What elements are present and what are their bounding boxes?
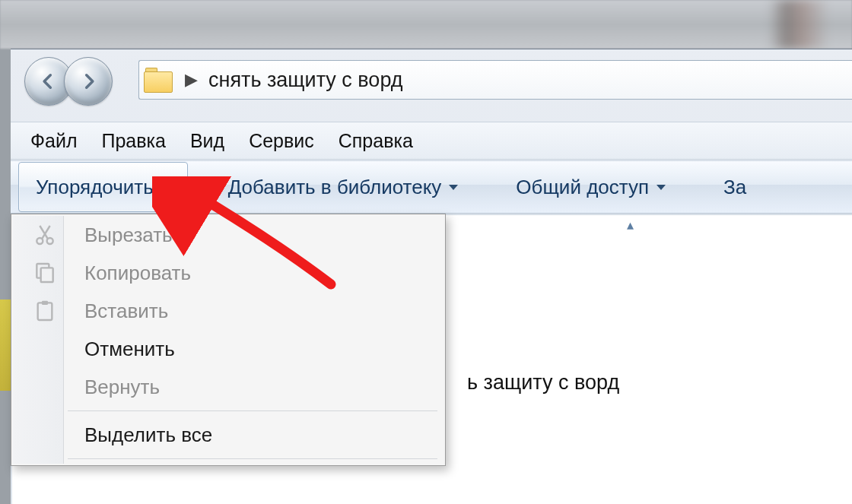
burn-button-partial[interactable]: За: [706, 162, 747, 212]
organize-dropdown: Вырезать Копировать Вставить Отменить Ве…: [11, 214, 446, 466]
command-bar: Упорядочить Добавить в библиотеку Общий …: [11, 160, 852, 214]
menu-view[interactable]: Вид: [178, 127, 237, 155]
nav-buttons: [24, 55, 123, 109]
organize-label: Упорядочить: [36, 176, 154, 199]
add-to-library-label: Добавить в библиотеку: [228, 176, 442, 199]
breadcrumb-folder[interactable]: снять защиту с ворд: [208, 68, 403, 92]
arrow-right-icon: [78, 71, 99, 92]
add-to-library-button[interactable]: Добавить в библиотеку: [211, 162, 476, 212]
paste-icon: [33, 299, 57, 323]
chevron-down-icon: [449, 185, 458, 190]
forward-button[interactable]: [64, 57, 113, 106]
share-button[interactable]: Общий доступ: [498, 162, 683, 212]
breadcrumb-separator-icon: ▶: [185, 70, 198, 90]
menu-item-copy[interactable]: Копировать: [13, 254, 443, 292]
menu-item-redo[interactable]: Вернуть: [13, 368, 443, 406]
menu-item-paste[interactable]: Вставить: [13, 292, 443, 330]
menu-bar: Файл Правка Вид Сервис Справка: [11, 122, 852, 160]
folder-icon: [144, 68, 173, 92]
titlebar-blur: [0, 0, 852, 49]
file-item-label-partial[interactable]: ь защиту с ворд: [467, 371, 619, 395]
menu-tools[interactable]: Сервис: [237, 127, 326, 155]
burn-label-partial: За: [723, 176, 746, 199]
menu-item-redo-label: Вернуть: [84, 376, 160, 399]
menu-item-cut-label: Вырезать: [84, 223, 173, 247]
menu-item-copy-label: Копировать: [84, 262, 191, 285]
chevron-down-icon: [161, 185, 170, 190]
menu-item-select-all[interactable]: Выделить все: [13, 416, 443, 454]
menu-item-paste-label: Вставить: [84, 300, 168, 323]
menu-edit[interactable]: Правка: [89, 127, 177, 155]
menu-item-cut[interactable]: Вырезать: [13, 216, 443, 254]
menu-help[interactable]: Справка: [326, 127, 425, 155]
chevron-down-icon: [656, 185, 666, 190]
address-bar[interactable]: ▶ снять защиту с ворд: [138, 60, 852, 100]
svg-rect-5: [42, 301, 48, 305]
menu-file[interactable]: Файл: [18, 127, 89, 155]
svg-rect-3: [41, 268, 53, 282]
menu-item-select-all-label: Выделить все: [84, 423, 212, 447]
copy-icon: [33, 261, 57, 285]
svg-rect-4: [38, 303, 52, 320]
left-edge-sliver: [0, 300, 11, 391]
arrow-left-icon: [38, 71, 59, 92]
menu-separator: [68, 410, 437, 411]
organize-button[interactable]: Упорядочить: [18, 162, 188, 212]
cut-icon: [33, 223, 57, 247]
menu-separator: [68, 458, 437, 459]
share-label: Общий доступ: [516, 176, 649, 199]
nav-row: ▶ снять защиту с ворд: [11, 49, 852, 115]
column-sort-indicator-icon: ▴: [627, 217, 634, 233]
menu-item-undo[interactable]: Отменить: [13, 330, 443, 368]
menu-item-undo-label: Отменить: [84, 338, 175, 361]
